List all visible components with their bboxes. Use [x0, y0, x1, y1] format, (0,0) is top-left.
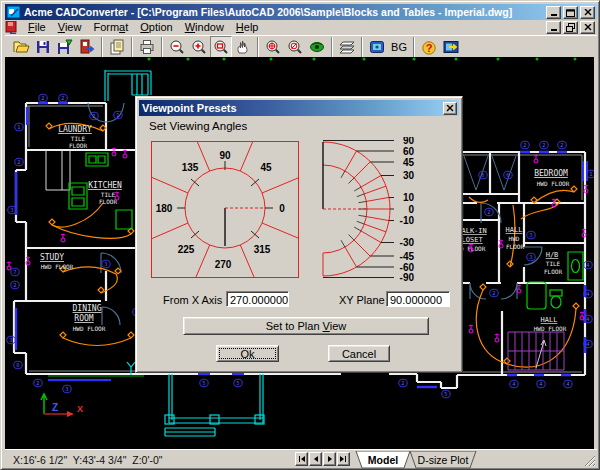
about-button[interactable]: ? — [418, 36, 440, 58]
ucs-z-label: Z — [52, 402, 58, 413]
window-title: Acme CADConverter - [C:\Program Files\Au… — [24, 6, 512, 18]
eye-icon — [309, 39, 325, 55]
close-button[interactable] — [580, 6, 595, 19]
toolbar-separator — [101, 37, 103, 57]
outlet-symbol — [469, 325, 473, 333]
zoom-out-button[interactable] — [166, 36, 188, 58]
menu-format[interactable]: Format — [87, 20, 134, 35]
viewpoint-presets-dialog: Viewpoint Presets Set Viewing Angles 90 … — [135, 96, 463, 373]
menu-option[interactable]: Option — [134, 20, 178, 35]
bubble-tag: 4 — [537, 380, 545, 388]
batch-convert-button[interactable] — [106, 36, 128, 58]
outlet-symbol — [7, 262, 11, 270]
zoom-extents-button[interactable] — [262, 36, 284, 58]
room-label: FLOOR — [506, 243, 524, 250]
drawing-canvas[interactable]: Z X LAUNDRYTILEFLOORKITCHENTILEFLOORSTUD… — [5, 57, 594, 450]
toolbar-separator — [161, 37, 163, 57]
x-axis-angle-selector[interactable]: 90 45 135 180 0 225 315 270 — [149, 141, 301, 278]
xy-plane-input[interactable]: 90.000000 — [386, 291, 450, 307]
tab-d-size-plot-label[interactable]: D-size Plot — [418, 454, 469, 466]
zoom-previous-button[interactable] — [284, 36, 306, 58]
room-label: STUDY — [40, 253, 64, 262]
exit-icon — [443, 39, 459, 55]
toolbar-separator — [131, 37, 133, 57]
svg-text:2: 2 — [492, 290, 495, 296]
tab-next-button[interactable] — [323, 452, 336, 466]
pan-button[interactable] — [232, 36, 254, 58]
maximize-button[interactable] — [563, 6, 578, 19]
zoom-in-button[interactable] — [188, 36, 210, 58]
from-x-axis-input[interactable]: 270.000000 — [226, 291, 289, 307]
tab-first-button[interactable] — [295, 452, 308, 466]
shade-view-button[interactable] — [306, 36, 328, 58]
room-label: HWD FLOOR — [534, 325, 567, 332]
set-plan-view-button[interactable]: Set to Plan View — [183, 317, 429, 335]
room-label: BEDROOM — [534, 169, 568, 178]
bubble-tag: 5 — [234, 379, 242, 387]
menu-view[interactable]: View — [52, 20, 88, 35]
save-as-button[interactable] — [54, 36, 76, 58]
menu-window[interactable]: Window — [179, 20, 230, 35]
bubble-tag: 1 — [15, 123, 23, 131]
zoom-window-button[interactable] — [210, 36, 232, 58]
svg-text:5: 5 — [236, 380, 239, 386]
xy-plane-angle-selector[interactable]: 90 60 45 30 10 0 -10 -30 -45 -60 -90 — [306, 137, 420, 285]
svg-text:3: 3 — [10, 207, 13, 213]
ucs-x-label: X — [77, 404, 83, 414]
help-icon: ? — [421, 39, 437, 55]
bubble-tag: 2 — [90, 112, 98, 120]
save-icon — [35, 39, 51, 55]
room-label: HWD FLOOR — [41, 263, 74, 270]
preview-button[interactable] — [366, 36, 388, 58]
outlet-symbol — [112, 148, 116, 156]
layers-button[interactable] — [336, 36, 358, 58]
app-icon — [7, 6, 21, 19]
tab-prev-button[interactable] — [309, 452, 322, 466]
menu-help[interactable]: Help — [230, 20, 265, 35]
svg-text:6: 6 — [481, 172, 484, 178]
outlet-symbol — [552, 199, 556, 207]
background-color-button[interactable]: BG — [388, 36, 410, 58]
minimize-button[interactable] — [546, 6, 561, 19]
dialog-close-button[interactable] — [443, 102, 457, 115]
mdi-restore-button[interactable] — [563, 21, 578, 34]
save-button[interactable] — [32, 36, 54, 58]
from-x-axis-label: From X Axis — [163, 294, 222, 306]
dialog-title-bar[interactable]: Viewpoint Presets — [139, 100, 459, 116]
ok-button[interactable]: Ok — [216, 345, 279, 362]
svg-text:2: 2 — [523, 142, 526, 148]
toolbar-separator — [331, 37, 333, 57]
xy-plane-label: XY Plane — [339, 294, 385, 306]
exit-button[interactable] — [440, 36, 462, 58]
tab-model-label[interactable]: Model — [368, 454, 398, 466]
svg-text:4: 4 — [586, 316, 590, 322]
batch-pages-icon — [109, 39, 125, 55]
open-button[interactable] — [10, 36, 32, 58]
svg-text:10: 10 — [403, 192, 415, 203]
print-button[interactable] — [136, 36, 158, 58]
svg-text:2: 2 — [13, 282, 16, 288]
bg-label: BG — [391, 41, 407, 53]
room-label: ROOM — [74, 314, 93, 323]
svg-text:4: 4 — [539, 381, 543, 387]
mdi-close-button[interactable] — [580, 21, 595, 34]
printer-icon — [139, 39, 155, 55]
bubble-tag: 2 — [540, 141, 548, 149]
convert-button[interactable] — [76, 36, 98, 58]
svg-text:0: 0 — [408, 204, 414, 215]
toolbar: BG ? — [5, 35, 597, 58]
resize-grip[interactable] — [583, 454, 596, 467]
mdi-minimize-button[interactable] — [546, 21, 561, 34]
menu-file[interactable]: File — [22, 20, 52, 35]
zoom-previous-icon — [287, 39, 303, 55]
svg-text:2: 2 — [36, 380, 39, 386]
svg-text:?: ? — [426, 42, 433, 54]
bubble-tag: 2 — [485, 208, 493, 216]
svg-text:90: 90 — [403, 137, 415, 146]
cancel-button[interactable]: Cancel — [328, 345, 390, 362]
room-label: KITCHEN — [88, 181, 122, 190]
bubble-tag: 8 — [14, 361, 22, 369]
tab-last-button[interactable] — [337, 452, 350, 466]
room-label: HALL — [506, 226, 523, 234]
room-label: FLOOR — [99, 198, 117, 205]
